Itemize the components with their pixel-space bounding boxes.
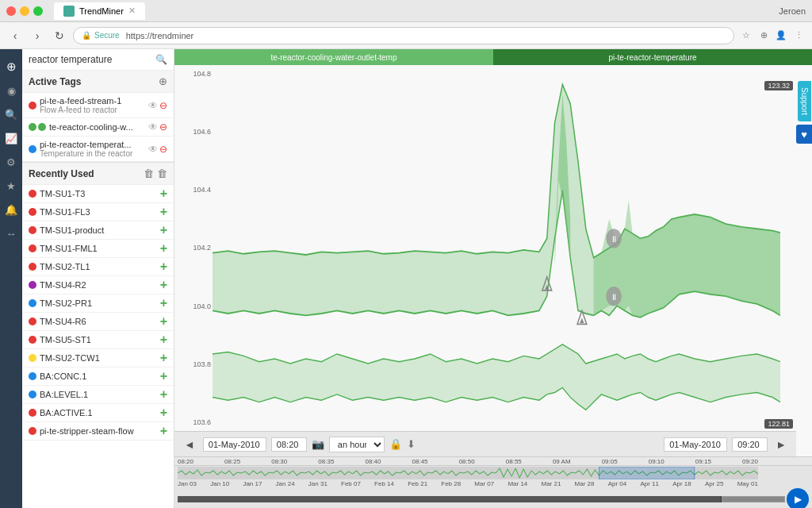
tag-remove-cooling[interactable]: ⊖	[159, 121, 167, 133]
tag-item-temp[interactable]: pi-te-reactor-temperat... Temperature in…	[22, 137, 174, 162]
recent-item[interactable]: TM-SU2-TL1 +	[22, 258, 174, 276]
tag-name-feed: pi-te-a-feed-stream-1	[40, 96, 145, 106]
extensions-icon[interactable]: ⊕	[756, 29, 771, 43]
play-button[interactable]: ▶	[787, 488, 809, 508]
tag-visibility-feed[interactable]: 👁	[148, 100, 158, 111]
sidebar-icon-home[interactable]: ⊕	[0, 56, 22, 78]
close-button[interactable]	[6, 6, 16, 16]
search-icon[interactable]: 🔍	[155, 54, 167, 65]
recent-add-icon[interactable]: +	[160, 224, 167, 237]
interval-select[interactable]: an hour	[329, 437, 385, 452]
recent-add-icon[interactable]: +	[160, 315, 167, 328]
sidebar-icon-settings[interactable]: ⚙	[0, 151, 22, 173]
y-label-4: 104.2	[176, 244, 211, 252]
maximize-button[interactable]	[33, 6, 43, 16]
recent-add-icon[interactable]: +	[160, 425, 167, 437]
tag-visibility-temp[interactable]: 👁	[148, 144, 158, 155]
tag-visibility-cooling[interactable]: 👁	[148, 121, 158, 133]
time-label-840: 08:40	[365, 458, 381, 465]
time-label-850: 08:50	[459, 458, 475, 465]
recent-add-icon[interactable]: +	[160, 333, 167, 346]
tag-bar-temp-label: pi-te-reactor-temperature	[608, 53, 696, 62]
recent-name: pi-te-stripper-steam-flow	[40, 426, 157, 436]
recent-add-icon[interactable]: +	[160, 297, 167, 310]
recent-dot	[29, 226, 36, 234]
recent-dot	[29, 354, 36, 362]
recent-add-icon[interactable]: +	[160, 279, 167, 291]
tag-remove-temp[interactable]: ⊖	[159, 144, 167, 155]
date-feb21: Feb 21	[408, 480, 427, 487]
tag-name-temp: pi-te-reactor-temperat...	[40, 140, 145, 149]
recent-name: TM-SU1-T3	[40, 189, 157, 198]
minimize-button[interactable]	[20, 6, 29, 16]
heart-button[interactable]: ♥	[796, 125, 812, 144]
date-range-bar: ▶	[174, 487, 812, 508]
tag-remove-feed[interactable]: ⊖	[159, 100, 167, 111]
recent-add-icon[interactable]: +	[160, 242, 167, 255]
recent-item[interactable]: TM-SU1-product +	[22, 221, 174, 240]
tag-item-feed[interactable]: pi-te-a-feed-stream-1 Flow A-feed to rea…	[22, 93, 174, 118]
recent-item[interactable]: TM-SU5-ST1 +	[22, 331, 174, 349]
time-input[interactable]	[271, 437, 307, 452]
recent-item[interactable]: BA:CONC.1 +	[22, 368, 174, 386]
sidebar-icon-arrows[interactable]: ↔	[0, 222, 22, 244]
recent-item[interactable]: TM-SU1-T3 +	[22, 185, 174, 203]
date-apr18: Apr 18	[672, 480, 691, 487]
recent-name: TM-SU2-TL1	[40, 262, 157, 271]
time-right-input[interactable]	[732, 437, 768, 452]
date-jan31: Jan 31	[308, 480, 327, 487]
recent-item[interactable]: TM-SU2-TCW1 +	[22, 349, 174, 368]
recent-add-icon[interactable]: +	[160, 187, 167, 200]
forward-button[interactable]: ›	[29, 27, 46, 44]
recent-item[interactable]: BA:LEVEL.1 +	[22, 386, 174, 404]
recent-add-icon[interactable]: +	[160, 206, 167, 218]
waveform-svg	[178, 467, 758, 479]
tag-item-cooling[interactable]: te-reactor-cooling-w... 👁 ⊖	[22, 118, 174, 137]
camera-icon[interactable]: 📷	[312, 438, 324, 450]
recent-add-icon[interactable]: +	[160, 260, 167, 273]
menu-icon[interactable]: ⋮	[791, 29, 806, 43]
sidebar-icon-profile[interactable]: ◉	[0, 79, 22, 102]
date-feb28: Feb 28	[441, 480, 461, 487]
recent-add-icon[interactable]: +	[160, 406, 167, 419]
date-right-input[interactable]	[664, 437, 727, 452]
sidebar-icon-search[interactable]: 🔍	[0, 103, 22, 125]
recently-used-title: Recently Used	[29, 168, 94, 179]
recent-item[interactable]: TM-SU4-R6 +	[22, 313, 174, 331]
address-bar[interactable]: 🔒 Secure https://trendminer	[73, 27, 734, 44]
recent-item[interactable]: TM-SU2-PR1 +	[22, 294, 174, 313]
recent-add-icon[interactable]: +	[160, 388, 167, 401]
recent-item[interactable]: TM-SU1-FL3 +	[22, 203, 174, 221]
delete-recent-icon[interactable]: 🗑	[157, 167, 167, 179]
search-input[interactable]	[29, 54, 152, 65]
support-button[interactable]: Support	[798, 81, 811, 121]
time-label-845: 08:45	[412, 458, 428, 465]
next-time-button[interactable]: ►	[772, 437, 790, 452]
download-icon[interactable]: ⬇	[407, 438, 416, 450]
profile-icon[interactable]: 👤	[774, 29, 788, 43]
browser-tab[interactable]: TrendMiner ✕	[54, 2, 145, 20]
bookmark-icon[interactable]: ☆	[739, 29, 753, 43]
recent-dot	[29, 318, 36, 325]
sidebar-icon-chart[interactable]: 📈	[0, 127, 22, 149]
prev-time-button[interactable]: ◄	[181, 437, 198, 452]
sidebar-icon-favorites[interactable]: ★	[0, 175, 22, 197]
sidebar-icon-bell[interactable]: 🔔	[0, 198, 22, 221]
recent-item[interactable]: pi-te-stripper-steam-flow +	[22, 422, 174, 441]
recent-dot	[29, 208, 36, 216]
tab-close-icon[interactable]: ✕	[128, 6, 136, 16]
recent-item[interactable]: TM-SU1-FML1 +	[22, 240, 174, 258]
recent-items-list: TM-SU1-T3 + TM-SU1-FL3 + TM-SU1-product …	[22, 185, 174, 508]
tag-dot-temp	[29, 145, 36, 153]
refresh-button[interactable]: ↻	[51, 27, 68, 44]
recent-add-icon[interactable]: +	[160, 370, 167, 383]
recent-add-icon[interactable]: +	[160, 352, 167, 364]
add-tag-icon[interactable]: ⊕	[159, 75, 167, 87]
clear-recent-icon[interactable]: 🗑	[144, 167, 154, 179]
date-input[interactable]	[203, 437, 266, 452]
lock-icon[interactable]: 🔒	[389, 438, 402, 450]
back-button[interactable]: ‹	[6, 27, 24, 44]
y-label-1: 104.8	[176, 70, 211, 78]
recent-item[interactable]: TM-SU4-R2 +	[22, 276, 174, 294]
recent-item[interactable]: BA:ACTIVE.1 +	[22, 404, 174, 422]
